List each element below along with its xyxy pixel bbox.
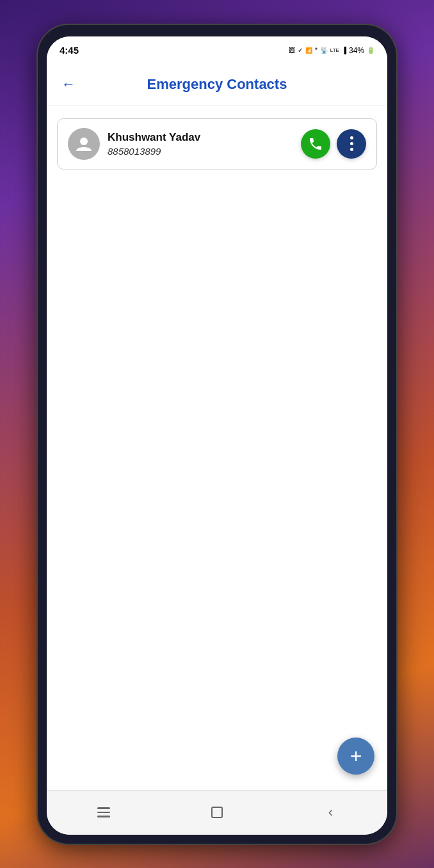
status-icons: 🖼 ✓ 📶 * 📡 LTE ▐ 34% 🔋	[289, 46, 374, 55]
status-icon-check: ✓	[298, 47, 303, 54]
status-time: 4:45	[60, 45, 79, 56]
main-content: Khushwant Yadav 8858013899	[47, 106, 387, 790]
home-button[interactable]	[198, 800, 236, 825]
top-bar: ← Emergency Contacts	[47, 65, 387, 106]
status-icon-bt: *	[315, 47, 317, 54]
recent-apps-button[interactable]	[84, 800, 123, 825]
contact-phone: 8858013899	[108, 146, 293, 157]
avatar	[68, 128, 100, 160]
status-icon-signal-bars: ▐	[342, 47, 346, 54]
status-icon-lte: LTE	[330, 47, 339, 53]
back-arrow-icon: ←	[61, 76, 76, 93]
back-nav-icon: ‹	[328, 804, 333, 821]
status-bar: 4:45 🖼 ✓ 📶 * 📡 LTE ▐ 34% 🔋	[47, 36, 387, 65]
plus-icon: +	[350, 746, 362, 766]
contact-info: Khushwant Yadav 8858013899	[108, 131, 293, 157]
back-nav-button[interactable]: ‹	[311, 800, 350, 825]
back-button[interactable]: ←	[57, 73, 80, 96]
battery-level: 34%	[349, 46, 364, 55]
contact-card: Khushwant Yadav 8858013899	[57, 118, 377, 170]
phone-icon	[308, 136, 323, 152]
more-options-button[interactable]	[337, 129, 366, 159]
add-contact-fab[interactable]: +	[337, 738, 374, 775]
status-icon-gallery: 🖼	[289, 47, 295, 54]
recent-apps-icon	[97, 807, 110, 817]
bottom-nav: ‹	[47, 790, 387, 835]
svg-point-0	[80, 138, 88, 145]
home-icon	[211, 807, 223, 818]
status-icon-wifi: 📡	[320, 47, 328, 54]
three-dots-icon	[350, 136, 353, 151]
phone-shell: 4:45 🖼 ✓ 📶 * 📡 LTE ▐ 34% 🔋 ← Emergency C…	[38, 25, 396, 844]
contact-actions	[301, 129, 366, 159]
phone-screen: 4:45 🖼 ✓ 📶 * 📡 LTE ▐ 34% 🔋 ← Emergency C…	[47, 36, 387, 835]
avatar-icon	[74, 134, 93, 154]
battery-icon: 🔋	[367, 47, 374, 54]
page-title: Emergency Contacts	[85, 76, 349, 93]
call-button[interactable]	[301, 129, 330, 159]
status-icon-sim: 📶	[305, 47, 312, 54]
contact-name: Khushwant Yadav	[108, 131, 293, 144]
